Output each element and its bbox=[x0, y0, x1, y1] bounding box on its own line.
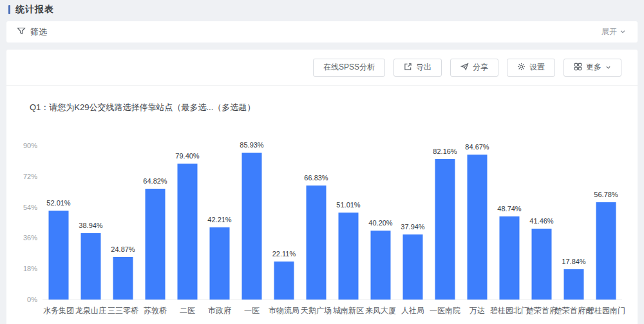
bar-column: 24.87%三三零桥 bbox=[107, 146, 139, 300]
bar-column: 51.01%城南新区 bbox=[332, 146, 365, 300]
settings-button-label: 设置 bbox=[529, 62, 545, 73]
expand-toggle[interactable]: 展开 bbox=[601, 26, 626, 37]
bar-value-label: 79.40% bbox=[175, 152, 199, 160]
x-axis-category-label: 一医南院 bbox=[430, 305, 460, 316]
export-button-label: 导出 bbox=[416, 62, 431, 73]
bar-value-label: 40.20% bbox=[368, 219, 392, 227]
question-title: Q1：请您为K29公交线路选择停靠站点（最多选...（多选题） bbox=[30, 102, 255, 112]
export-icon bbox=[404, 62, 412, 73]
bar-value-label: 84.67% bbox=[465, 143, 489, 151]
bar[interactable] bbox=[532, 229, 552, 300]
bar[interactable] bbox=[339, 213, 359, 300]
bar-value-label: 51.01% bbox=[336, 201, 360, 209]
bar-value-label: 64.82% bbox=[143, 177, 167, 185]
title-accent-bar bbox=[8, 5, 10, 14]
bar[interactable] bbox=[564, 269, 584, 300]
bar[interactable] bbox=[403, 234, 423, 300]
gear-icon bbox=[517, 62, 526, 73]
bar-value-label: 82.16% bbox=[433, 148, 457, 155]
bar[interactable] bbox=[596, 202, 616, 300]
x-axis-category-label: 万达 bbox=[469, 305, 485, 316]
paper-plane-icon bbox=[460, 62, 469, 73]
bar[interactable] bbox=[113, 257, 133, 300]
bar-column: 64.82%苏敦桥 bbox=[139, 146, 171, 300]
bar-value-label: 56.78% bbox=[594, 191, 618, 198]
x-axis-category-label: 市物流局 bbox=[269, 305, 299, 316]
bar-value-label: 42.21% bbox=[207, 216, 231, 224]
y-axis-tick-label: 36% bbox=[23, 234, 37, 242]
bar-value-label: 52.01% bbox=[46, 199, 70, 207]
x-axis-category-label: 二医 bbox=[180, 305, 195, 316]
x-axis-category-label: 来凤大厦 bbox=[365, 305, 396, 316]
funnel-icon bbox=[17, 26, 26, 38]
bar[interactable] bbox=[500, 216, 520, 300]
x-axis-category-label: 水务集团 bbox=[43, 305, 74, 316]
bar-column: 79.40%二医 bbox=[171, 146, 204, 300]
bar[interactable] bbox=[274, 262, 294, 300]
more-button-label: 更多 bbox=[586, 62, 601, 73]
x-axis-category-label: 城南新区 bbox=[333, 305, 364, 316]
bar-column: 42.21%市政府 bbox=[204, 146, 236, 300]
share-button[interactable]: 分享 bbox=[450, 59, 498, 77]
bar-column: 17.84%楚荣首府南 bbox=[558, 146, 590, 300]
bar-value-label: 24.87% bbox=[111, 245, 135, 253]
bar-column: 37.94%人社局 bbox=[397, 146, 429, 300]
y-axis-tick-label: 90% bbox=[23, 142, 37, 149]
x-axis-category-label: 市政府 bbox=[208, 305, 231, 316]
bar-column: 66.83%天鹅广场 bbox=[300, 146, 332, 300]
bar-value-label: 37.94% bbox=[401, 223, 424, 231]
x-axis-category-label: 三三零桥 bbox=[108, 305, 138, 316]
bar-column: 38.94%龙泉山庄 bbox=[75, 146, 107, 300]
bar[interactable] bbox=[468, 155, 488, 300]
export-button[interactable]: 导出 bbox=[393, 59, 442, 77]
share-button-label: 分享 bbox=[473, 62, 488, 73]
bar-column: 85.93%一医 bbox=[236, 146, 268, 300]
filter-label: 筛选 bbox=[30, 26, 47, 38]
page-title: 统计报表 bbox=[15, 4, 54, 15]
bar[interactable] bbox=[146, 189, 166, 300]
bar-column: 52.01%水务集团 bbox=[43, 146, 75, 300]
x-axis-category-label: 龙泉山庄 bbox=[75, 305, 106, 316]
x-axis-category-label: 一医 bbox=[244, 305, 260, 316]
y-axis-tick-label: 72% bbox=[23, 173, 37, 180]
bar[interactable] bbox=[178, 164, 198, 300]
x-axis-category-label: 人社局 bbox=[401, 305, 424, 316]
page-header: 统计报表 bbox=[0, 0, 644, 19]
bar-column: 41.46%楚荣首府 bbox=[526, 146, 558, 300]
plot-area: 52.01%水务集团38.94%龙泉山庄24.87%三三零桥64.82%苏敦桥7… bbox=[43, 146, 622, 300]
y-axis-tick-label: 18% bbox=[23, 265, 37, 272]
bar[interactable] bbox=[81, 233, 101, 300]
x-axis-category-label: 天鹅广场 bbox=[301, 305, 332, 316]
chart-toolbar: 在线SPSS分析 导出 分享 bbox=[6, 50, 638, 86]
bar-column: 48.74%碧桂园北门 bbox=[493, 146, 526, 300]
report-card: 在线SPSS分析 导出 分享 bbox=[6, 50, 638, 324]
x-axis-category-label: 碧桂园南门 bbox=[587, 305, 625, 316]
y-axis-tick-label: 54% bbox=[23, 204, 37, 211]
y-axis-tick-label: 0% bbox=[27, 296, 37, 303]
bar[interactable] bbox=[210, 227, 230, 300]
expand-label: 展开 bbox=[601, 26, 617, 37]
bar[interactable] bbox=[435, 159, 455, 300]
bar[interactable] bbox=[242, 153, 262, 300]
bar-column: 56.78%碧桂园南门 bbox=[590, 146, 622, 300]
bar[interactable] bbox=[371, 231, 391, 300]
bar-value-label: 41.46% bbox=[529, 217, 553, 225]
spss-analysis-button[interactable]: 在线SPSS分析 bbox=[313, 59, 385, 77]
bar-column: 22.11%市物流局 bbox=[268, 146, 300, 300]
filter-button[interactable]: 筛选 bbox=[17, 26, 47, 38]
settings-button[interactable]: 设置 bbox=[507, 59, 555, 77]
bar-columns: 52.01%水务集团38.94%龙泉山庄24.87%三三零桥64.82%苏敦桥7… bbox=[43, 146, 622, 300]
bar-value-label: 38.94% bbox=[79, 222, 102, 229]
bar[interactable] bbox=[307, 186, 327, 300]
bar-column: 84.67%万达 bbox=[461, 146, 493, 300]
bar-column: 40.20%来凤大厦 bbox=[365, 146, 397, 300]
bar[interactable] bbox=[49, 211, 69, 300]
filter-bar: 筛选 展开 bbox=[6, 21, 638, 43]
x-axis-category-label: 楚荣首府 bbox=[526, 305, 557, 316]
x-axis-category-label: 苏敦桥 bbox=[144, 305, 167, 316]
more-button[interactable]: 更多 bbox=[564, 59, 621, 77]
spss-button-label: 在线SPSS分析 bbox=[323, 62, 375, 73]
question-row: Q1：请您为K29公交线路选择停靠站点（最多选...（多选题） bbox=[6, 86, 638, 113]
bar-value-label: 22.11% bbox=[272, 250, 296, 258]
chevron-down-icon bbox=[620, 28, 626, 37]
